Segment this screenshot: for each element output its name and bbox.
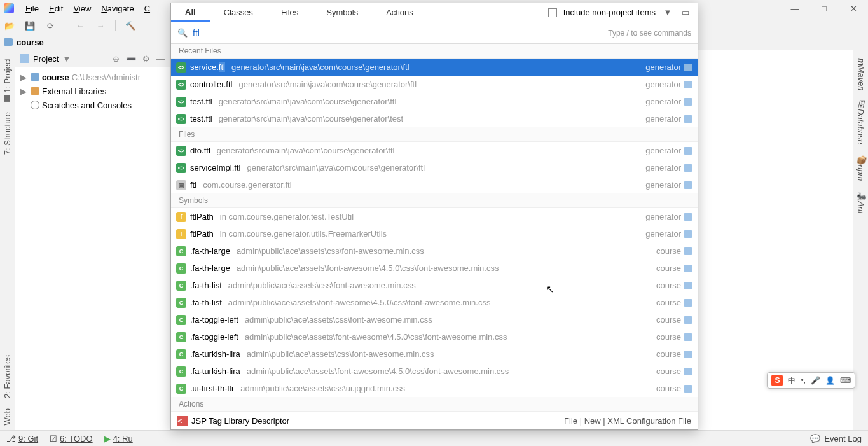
open-icon[interactable]: 📂 <box>4 20 15 31</box>
status-run[interactable]: ▶4: Ru <box>104 434 133 443</box>
search-section-header: Recent Files <box>171 44 698 59</box>
search-result-row[interactable]: C.fa-turkish-liraadmin\public\ace\assets… <box>171 345 698 363</box>
search-result-row[interactable]: C.fa-th-listadmin\public\ace\assets\font… <box>171 294 698 311</box>
tool-tab-web[interactable]: Web <box>1 403 13 431</box>
search-result-row[interactable]: C.fa-th-largeadmin\public\ace\assets\css… <box>171 242 698 260</box>
tool-tab-ant[interactable]: 🐜Ant <box>855 186 867 219</box>
field-icon: f <box>176 212 186 222</box>
project-panel: Project ▼ ⊕ ➖ ⚙ — ▶ course C:\Users\Admi… <box>15 50 170 430</box>
ime-voice-icon[interactable]: 🎤 <box>811 376 820 385</box>
result-name: .fa-turkish-lira <box>190 349 240 359</box>
tool-tab-maven[interactable]: mMaven <box>855 53 867 95</box>
menu-file[interactable]: File <box>20 0 44 17</box>
search-result-row[interactable]: <>test.ftlgenerator\src\main\java\com\co… <box>171 110 698 127</box>
refresh-icon[interactable]: ⟳ <box>45 20 56 31</box>
search-result-row[interactable]: ▣ftlcom.course.generator.ftlgenerator <box>171 176 698 193</box>
search-result-row[interactable]: <>test.ftlgenerator\src\main\java\com\co… <box>171 93 698 110</box>
project-view-icon <box>20 54 29 63</box>
ime-bar[interactable]: S 中 •, 🎤 👤 ⌨ <box>767 372 855 389</box>
result-name: ftlPath <box>190 229 214 239</box>
search-tab-actions[interactable]: Actions <box>372 3 427 22</box>
project-panel-title[interactable]: Project <box>33 54 59 64</box>
menu-code[interactable]: C <box>139 0 155 17</box>
search-icon: 🔍 <box>177 28 188 38</box>
result-location: generator\src\main\java\com\course\gener… <box>247 163 642 172</box>
result-location: admin\public\ace\assets\css\font-awesome… <box>247 349 652 359</box>
search-results[interactable]: Recent Files<>service.ftlgenerator\src\m… <box>171 44 698 412</box>
ftl-icon: <> <box>176 97 186 107</box>
search-tab-all[interactable]: All <box>171 3 210 22</box>
result-location: admin\public\ace\assets\css\ui.jqgrid.mi… <box>240 384 652 393</box>
result-name: .fa-th-list <box>190 281 222 290</box>
breadcrumb-root[interactable]: course <box>17 38 44 47</box>
search-result-row[interactable]: C.fa-toggle-leftadmin\public\ace\assets\… <box>171 311 698 328</box>
window-close[interactable]: ✕ <box>839 0 868 17</box>
search-result-row[interactable]: C.fa-turkish-liraadmin\public\ace\assets… <box>171 363 698 380</box>
search-tab-classes[interactable]: Classes <box>210 3 267 22</box>
back-icon[interactable]: ← <box>74 20 86 31</box>
event-log-icon[interactable]: 💬 <box>810 434 820 443</box>
css-icon: C <box>176 349 186 359</box>
pin-icon[interactable]: ▭ <box>680 8 691 17</box>
search-result-row[interactable]: <>dto.ftlgenerator\src\main\java\com\cou… <box>171 142 698 159</box>
status-todo[interactable]: ☑6: TODO <box>50 434 93 443</box>
search-tab-symbols[interactable]: Symbols <box>312 3 372 22</box>
tool-tab-project[interactable]: 1: Project <box>1 53 13 107</box>
tool-tab-structure[interactable]: 7: Structure <box>1 107 13 160</box>
search-section-header: Symbols <box>171 193 698 208</box>
result-module: course <box>656 315 692 324</box>
build-icon[interactable]: 🔨 <box>125 20 136 31</box>
search-everywhere-popup: All Classes Files Symbols Actions Includ… <box>170 3 698 430</box>
search-input[interactable] <box>193 28 603 38</box>
project-settings-icon[interactable]: ⚙ <box>142 54 150 64</box>
search-result-row[interactable]: fftlPathin com.course.generator.test.Tes… <box>171 208 698 225</box>
ftl-icon: <> <box>176 146 186 156</box>
save-icon[interactable]: 💾 <box>24 20 36 31</box>
project-target-icon[interactable]: ⊕ <box>113 54 120 64</box>
tool-tab-favorites[interactable]: 2: Favorites <box>1 350 13 403</box>
status-git[interactable]: ⎇9: Git <box>6 434 38 443</box>
event-log-label[interactable]: Event Log <box>824 434 862 443</box>
result-location: in com.course.generator.test.TestUtil <box>220 212 642 221</box>
search-result-row[interactable]: fftlPathin com.course.generator.utils.Fr… <box>171 225 698 242</box>
search-result-row[interactable]: <>serviceImpl.ftlgenerator\src\main\java… <box>171 159 698 176</box>
search-result-row[interactable]: <>controller.ftlgenerator\src\main\java\… <box>171 76 698 93</box>
search-result-row[interactable]: C.fa-toggle-leftadmin\public\ace\assets\… <box>171 328 698 345</box>
menu-edit[interactable]: Edit <box>44 0 68 17</box>
result-module: course <box>656 384 692 393</box>
ime-lang[interactable]: 中 <box>788 375 796 386</box>
css-icon: C <box>176 366 186 377</box>
project-tree[interactable]: ▶ course C:\Users\Administr ▶ External L… <box>15 67 170 115</box>
filter-icon[interactable]: ▼ <box>662 8 673 17</box>
ime-logo-icon: S <box>771 375 783 386</box>
result-location: generator\src\main\java\com\course\gener… <box>231 62 642 72</box>
search-result-row[interactable]: <>service.ftlgenerator\src\main\java\com… <box>171 59 698 76</box>
css-icon: C <box>176 263 186 274</box>
ime-keyboard-icon[interactable]: ⌨ <box>840 376 851 385</box>
css-icon: C <box>176 332 186 342</box>
search-result-row[interactable]: C.fa-th-largeadmin\public\ace\assets\fon… <box>171 260 698 277</box>
window-minimize[interactable]: — <box>780 0 809 17</box>
window-maximize[interactable]: □ <box>809 0 839 17</box>
search-result-row[interactable]: C.ui-first-th-ltradmin\public\ace\assets… <box>171 380 698 397</box>
search-tab-files[interactable]: Files <box>267 3 312 22</box>
menu-view[interactable]: View <box>68 0 96 17</box>
tool-tab-database[interactable]: 🗄Database <box>855 95 867 150</box>
result-module: generator <box>645 80 692 89</box>
tree-row-external-libs[interactable]: ▶ External Libraries <box>15 84 170 98</box>
result-location: generator\src\main\java\com\course\gener… <box>217 146 642 155</box>
ime-punct[interactable]: •, <box>801 376 806 385</box>
forward-icon[interactable]: → <box>95 20 106 31</box>
footer-action-label[interactable]: JSP Tag Library Descriptor <box>191 416 289 426</box>
tool-tab-npm[interactable]: 📦npm <box>855 150 867 186</box>
menu-navigate[interactable]: Navigate <box>96 0 139 17</box>
tree-row-scratches[interactable]: ▶ Scratches and Consoles <box>15 98 170 112</box>
result-name: dto.ftl <box>190 146 210 155</box>
tree-row-course[interactable]: ▶ course C:\Users\Administr <box>15 70 170 84</box>
project-hide-icon[interactable]: — <box>156 54 165 64</box>
include-non-project-checkbox[interactable] <box>548 8 557 17</box>
search-result-row[interactable]: C.fa-th-listadmin\public\ace\assets\css\… <box>171 277 698 294</box>
ime-user-icon[interactable]: 👤 <box>825 376 835 385</box>
search-section-header: Actions <box>171 397 698 412</box>
project-collapse-icon[interactable]: ➖ <box>126 54 136 64</box>
